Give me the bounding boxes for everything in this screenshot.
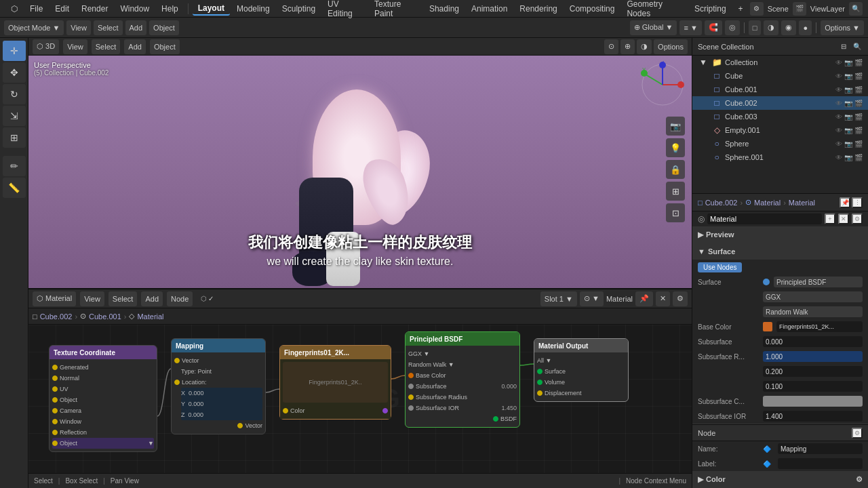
add-menu[interactable]: Add xyxy=(125,20,147,35)
node-view-menu[interactable]: View xyxy=(80,291,104,306)
object-menu[interactable]: Object xyxy=(149,20,179,35)
pin-btn[interactable]: 📌 xyxy=(635,291,653,306)
outliner-item-cube[interactable]: □ Cube 👁📷🎬 xyxy=(692,69,868,83)
menu-edit[interactable]: Edit xyxy=(50,3,75,15)
shader-type-dropdown[interactable]: Principled BSDF xyxy=(774,277,863,287)
options-btn[interactable]: Options ▼ xyxy=(821,20,864,35)
breadcrumb-cube001[interactable]: Cube.001 xyxy=(89,312,121,321)
view-menu[interactable]: View xyxy=(66,20,91,35)
prop-cube002[interactable]: Cube.002 xyxy=(705,199,738,207)
viewport-editor-type[interactable]: ⬡ 3D xyxy=(33,39,59,54)
prop-material-crumb[interactable]: Material xyxy=(754,199,781,207)
transform-tool[interactable]: ⊞ xyxy=(3,127,26,148)
workspace-rendering[interactable]: Rendering xyxy=(514,3,562,15)
workspace-animation[interactable]: Animation xyxy=(466,3,513,15)
prop-pin-btn[interactable]: 📌 xyxy=(840,197,850,208)
workspace-modeling[interactable]: Modeling xyxy=(231,3,275,15)
node-node-menu[interactable]: Node xyxy=(167,291,193,306)
principled-bsdf-node[interactable]: Principled BSDF GGX ▼ Random Walk ▼ Base… xyxy=(405,331,520,428)
render-preview-btn[interactable]: 💡 xyxy=(666,138,685,157)
workspace-sculpting[interactable]: Sculpting xyxy=(277,3,321,15)
base-color-texture[interactable]: Fingerprints01_2K... xyxy=(776,321,863,332)
workspace-shading[interactable]: Shading xyxy=(424,3,465,15)
workspace-compositing[interactable]: Compositing xyxy=(564,3,620,15)
global-transform[interactable]: ⊕ Global ▼ xyxy=(630,20,677,35)
viewport-passepartout-btn[interactable]: ⊡ xyxy=(666,203,685,222)
measure-tool[interactable]: 📏 xyxy=(3,178,26,198)
subsurface-r-value[interactable]: 1.000 xyxy=(763,351,863,362)
search-icon[interactable]: 🔍 xyxy=(849,2,863,16)
fingerprints-texture-node[interactable]: Fingerprints01_2K... Fingerprints01_2K..… xyxy=(279,345,391,420)
vis-eye[interactable]: 👁 xyxy=(835,59,842,66)
outliner-item-cube002[interactable]: □ Cube.002 👁📷🎬 xyxy=(692,96,868,110)
outliner-item-collection[interactable]: ▼ 📁 Collection 👁 📷 🎬 xyxy=(692,56,868,69)
menu-file[interactable]: File xyxy=(24,3,48,15)
3d-viewport[interactable]: RRCG人人素材 xyxy=(28,56,692,288)
mapping-node[interactable]: Mapping Vector Type: Point Location: X 0… xyxy=(171,338,266,434)
workspace-scripting[interactable]: Scripting xyxy=(689,3,732,15)
outliner-item-sphere001[interactable]: ○ Sphere.001 👁📷🎬 xyxy=(692,150,868,164)
subsurface-ior-value[interactable]: 1.400 xyxy=(763,411,863,422)
viewport-shading-material[interactable]: ◉ xyxy=(781,20,796,35)
select-menu[interactable]: Select xyxy=(94,20,123,35)
scene-icon[interactable]: 🎬 xyxy=(793,2,806,16)
use-nodes-button[interactable]: Use Nodes xyxy=(698,262,742,272)
subsurface-method-dropdown[interactable]: Random Walk xyxy=(763,306,863,317)
workspace-texture-paint[interactable]: Texture Paint xyxy=(369,0,422,20)
viewport-add-menu[interactable]: Add xyxy=(124,39,146,54)
texture-coordinate-node[interactable]: Texture Coordinate Generated Normal UV O… xyxy=(49,345,157,452)
workspace-uv[interactable]: UV Editing xyxy=(322,0,368,20)
node-prop-settings[interactable]: ⚙ xyxy=(852,428,863,439)
viewport-shading-render[interactable]: ● xyxy=(799,20,812,35)
subsurface-v2-val[interactable]: 0.200 xyxy=(763,366,863,377)
slot-dropdown[interactable]: Slot 1 ▼ xyxy=(540,291,577,306)
node-editor-type[interactable]: ⬡ Material xyxy=(33,291,76,306)
viewport-overlay-toggle[interactable]: ⊙ xyxy=(604,39,618,54)
prop-material-name-crumb[interactable]: Material xyxy=(789,199,815,207)
viewport-shading-solid[interactable]: ◑ xyxy=(764,20,778,35)
settings-node[interactable]: ⚙ xyxy=(673,291,688,306)
object-mode-dropdown[interactable]: Object Mode ▼ xyxy=(4,20,64,35)
outliner-item-cube003[interactable]: □ Cube.003 👁📷🎬 xyxy=(692,110,868,123)
viewport-gizmo-toggle[interactable]: ⊕ xyxy=(620,39,635,54)
breadcrumb-material[interactable]: Material xyxy=(137,312,163,321)
material-name-field[interactable]: Material xyxy=(707,214,822,224)
vis-cam[interactable]: 📷 xyxy=(844,59,852,66)
rotate-tool[interactable]: ↻ xyxy=(3,84,26,104)
snap-toggle[interactable]: 🧲 xyxy=(705,20,722,35)
outliner-item-sphere[interactable]: ○ Sphere 👁📷🎬 xyxy=(692,137,868,150)
preview-header[interactable]: ▶ Preview xyxy=(692,226,868,243)
close-node-header[interactable]: ✕ xyxy=(656,291,670,306)
viewport-lock-btn[interactable]: 🔒 xyxy=(666,160,685,179)
outliner-search-icon[interactable]: 🔍 xyxy=(852,41,863,52)
material-output-node[interactable]: Material Output All ▼ Surface Volume Dis… xyxy=(534,338,629,402)
outliner-item-cube001[interactable]: □ Cube.001 👁📷🎬 xyxy=(692,83,868,96)
annotate-tool[interactable]: ✏ xyxy=(3,156,26,176)
subsurface-c-gradient[interactable] xyxy=(763,396,863,407)
transform-options[interactable]: ≡ ▼ xyxy=(679,20,701,35)
node-select-menu[interactable]: Select xyxy=(108,291,138,306)
color-header[interactable]: ▶ Color ⚙ xyxy=(692,471,868,487)
menu-help[interactable]: Help xyxy=(156,3,184,15)
camera-view-btn[interactable]: 📷 xyxy=(666,117,685,136)
menu-render[interactable]: Render xyxy=(76,3,113,15)
surface-header[interactable]: ▼ Surface xyxy=(692,243,868,260)
engine-icon[interactable]: ⚙ xyxy=(750,2,764,16)
subsurface-value[interactable]: 0.000 xyxy=(763,336,863,347)
breadcrumb-cube002[interactable]: Cube.002 xyxy=(40,312,73,321)
material-new-btn[interactable]: + xyxy=(825,214,835,224)
node-name-field[interactable]: Mapping xyxy=(778,443,863,454)
material-remove-btn[interactable]: ✕ xyxy=(838,214,849,224)
options-right[interactable]: Options xyxy=(654,39,688,54)
node-add-menu[interactable]: Add xyxy=(141,291,163,306)
distribution-dropdown[interactable]: GGX xyxy=(763,291,863,302)
scale-tool[interactable]: ⇲ xyxy=(3,106,26,126)
workspace-geometry-nodes[interactable]: Geometry Nodes xyxy=(621,0,687,20)
material-browse[interactable]: ⊙ ▼ xyxy=(580,291,604,306)
subsurface-v3-val[interactable]: 0.100 xyxy=(763,381,863,392)
viewport-shading-type[interactable]: ◑ xyxy=(637,39,652,54)
vis-render[interactable]: 🎬 xyxy=(854,59,863,66)
navigation-gizmo[interactable]: X Y Z xyxy=(639,61,686,108)
base-color-swatch[interactable] xyxy=(763,322,772,331)
workspace-add[interactable]: + xyxy=(733,3,749,15)
